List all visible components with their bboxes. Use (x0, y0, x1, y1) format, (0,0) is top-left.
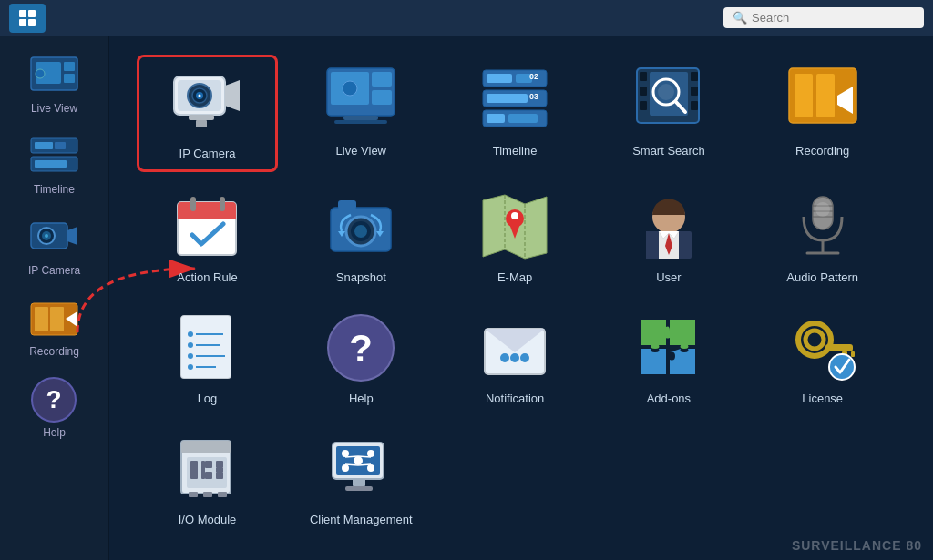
svg-rect-126 (205, 461, 212, 468)
svg-text:?: ? (349, 327, 373, 370)
audio-pattern-icon (786, 190, 859, 263)
svg-rect-40 (334, 120, 387, 124)
svg-rect-21 (50, 307, 64, 331)
license-label: License (802, 392, 843, 405)
svg-rect-131 (189, 492, 198, 497)
search-input[interactable] (752, 11, 915, 25)
main-content: IP Camera Live View (109, 36, 933, 560)
app-user[interactable]: User (598, 181, 739, 293)
app-add-ons[interactable]: Add-ons (598, 302, 739, 414)
svg-point-138 (354, 456, 363, 465)
svg-point-112 (500, 353, 509, 362)
app-io-module[interactable]: I/O Module (137, 423, 278, 535)
svg-rect-47 (487, 94, 528, 103)
app-snapshot[interactable]: Snapshot (291, 181, 432, 293)
svg-rect-58 (691, 87, 698, 96)
app-audio-pattern[interactable]: Audio Pattern (752, 181, 893, 293)
svg-point-120 (829, 354, 855, 380)
sidebar-item-live-view[interactable]: Live View (5, 46, 105, 122)
svg-rect-39 (343, 116, 378, 120)
app-e-map[interactable]: E-Map (445, 181, 586, 293)
live-view-icon (324, 64, 397, 137)
svg-point-114 (520, 353, 529, 362)
notification-icon (478, 311, 551, 384)
svg-point-102 (188, 342, 193, 348)
app-license[interactable]: License (752, 302, 893, 414)
svg-rect-7 (64, 74, 75, 83)
top-bar-left (9, 4, 46, 33)
sidebar-item-help[interactable]: ? Help (5, 370, 105, 446)
client-management-label: Client Management (310, 513, 413, 526)
snapshot-label: Snapshot (336, 270, 386, 284)
svg-rect-0 (19, 10, 26, 17)
svg-rect-136 (353, 479, 365, 486)
app-recording[interactable]: Recording (752, 55, 893, 172)
svg-point-77 (354, 225, 367, 238)
svg-rect-48 (487, 114, 505, 123)
svg-point-104 (188, 353, 193, 359)
svg-point-17 (45, 234, 48, 238)
svg-rect-2 (19, 19, 26, 26)
svg-rect-117 (825, 344, 853, 351)
audio-pattern-label: Audio Pattern (786, 270, 858, 284)
svg-rect-137 (345, 486, 373, 491)
help-icon: ? (324, 311, 397, 384)
app-ip-camera[interactable]: IP Camera (137, 55, 278, 172)
client-management-icon (324, 433, 397, 505)
app-log[interactable]: Log (137, 302, 278, 414)
sidebar-timeline-label: Timeline (34, 183, 75, 196)
user-icon (632, 190, 705, 263)
sidebar-ip-camera-label: IP Camera (28, 264, 80, 277)
svg-rect-33 (189, 115, 214, 120)
svg-rect-3 (28, 19, 36, 26)
license-icon (786, 311, 859, 384)
sidebar-item-timeline[interactable]: Timeline (5, 127, 105, 203)
svg-line-143 (345, 456, 358, 457)
svg-rect-34 (196, 120, 207, 127)
svg-rect-127 (205, 472, 212, 479)
sidebar-live-view-label: Live View (31, 102, 77, 115)
svg-rect-56 (640, 101, 647, 110)
top-bar: 🔍 (0, 0, 933, 36)
live-view-label: Live View (336, 144, 386, 158)
e-map-icon (478, 190, 551, 263)
svg-point-97 (815, 202, 830, 217)
ip-camera-sidebar-icon-box (27, 215, 82, 260)
sidebar: Live View Timeline IP Camera (0, 36, 109, 560)
app-help[interactable]: ? Help (291, 302, 432, 414)
svg-rect-1 (28, 10, 36, 17)
svg-rect-55 (640, 87, 647, 96)
search-icon: 🔍 (733, 11, 747, 25)
svg-point-106 (188, 364, 193, 370)
watermark: SURVEILLANCE 80 (792, 538, 922, 553)
app-live-view[interactable]: Live View (291, 55, 432, 172)
svg-rect-72 (220, 197, 225, 211)
log-label: Log (198, 392, 218, 405)
sidebar-recording-label: Recording (29, 345, 79, 358)
svg-rect-128 (216, 461, 223, 468)
notification-label: Notification (486, 392, 544, 405)
svg-line-146 (358, 464, 371, 465)
app-notification[interactable]: Notification (445, 302, 586, 414)
app-action-rule[interactable]: Action Rule (137, 181, 278, 293)
app-client-management[interactable]: Client Management (291, 423, 432, 535)
app-timeline[interactable]: 02 03 Timeline (445, 55, 586, 172)
add-ons-label: Add-ons (647, 392, 691, 405)
sidebar-item-recording[interactable]: Recording (5, 289, 105, 365)
svg-point-140 (367, 450, 374, 457)
log-icon (171, 311, 244, 384)
svg-text:?: ? (46, 385, 61, 413)
svg-text:02: 02 (529, 72, 538, 81)
sidebar-help-label: Help (43, 426, 66, 439)
app-smart-search[interactable]: Smart Search (598, 55, 739, 172)
svg-rect-54 (640, 72, 647, 81)
svg-rect-45 (487, 74, 512, 83)
sidebar-item-ip-camera[interactable]: IP Camera (5, 208, 105, 284)
home-button[interactable] (9, 4, 46, 33)
svg-rect-65 (795, 74, 813, 117)
svg-rect-130 (216, 472, 223, 479)
svg-rect-59 (691, 101, 698, 110)
search-box[interactable]: 🔍 (723, 7, 924, 28)
svg-rect-74 (338, 200, 356, 209)
svg-point-100 (188, 331, 193, 337)
